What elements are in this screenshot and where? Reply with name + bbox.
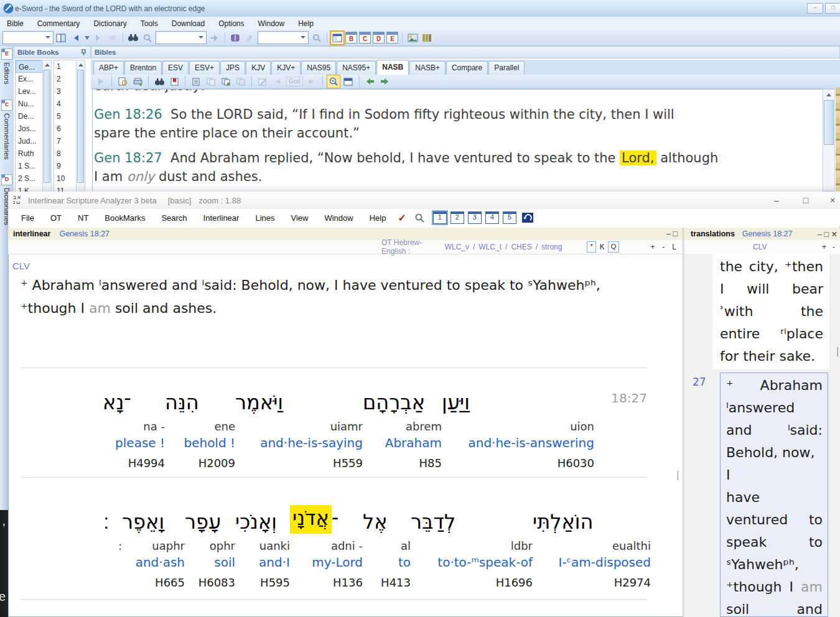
book-item-selected[interactable]: Ge... — [16, 60, 43, 73]
view-2-button[interactable]: 2 — [450, 211, 464, 224]
layout-split-button[interactable] — [331, 32, 343, 44]
zoom-in-button[interactable]: + — [650, 243, 655, 251]
chapter-item[interactable]: 6 — [54, 123, 77, 135]
asterisk-button[interactable]: * — [587, 241, 595, 253]
search-small-icon[interactable] — [141, 32, 154, 44]
search-icon[interactable] — [153, 75, 166, 88]
forward-icon[interactable] — [92, 32, 105, 44]
translations-zoom-out[interactable]: - — [833, 243, 835, 251]
menu-tools[interactable]: Tools — [134, 19, 165, 28]
copy-plus-icon[interactable] — [220, 75, 232, 88]
tab-jps[interactable]: JPS — [220, 61, 245, 75]
isa-menu-bookmarks[interactable]: BookMarks — [96, 213, 153, 223]
word-column-highlighted[interactable]: ־אֲדֹנָי adni - my-Lord H136 — [290, 490, 363, 589]
verse-lookup-combobox[interactable] — [2, 31, 54, 44]
clv-version-label[interactable]: CLV — [12, 261, 30, 271]
source-wlc-v[interactable]: WLC_v — [445, 243, 469, 251]
menu-commentary[interactable]: Commentary — [30, 19, 87, 28]
menu-dictionary[interactable]: Dictionary — [86, 19, 133, 28]
pane-d-button[interactable]: D — [373, 32, 385, 44]
book-item[interactable]: Jos... — [16, 123, 43, 135]
library-icon[interactable] — [421, 32, 433, 44]
search-binoculars-icon[interactable] — [127, 32, 139, 44]
pane-b-button[interactable]: B — [345, 32, 357, 44]
pin-icon[interactable] — [80, 49, 87, 56]
word-column[interactable]: וַיֹּאמֶר uiamr and·he-is-saying H559 — [235, 374, 363, 470]
right-edge-handle[interactable]: | — [836, 346, 839, 357]
bible-text-area[interactable]: earth deal justly! Gen 18:26 So the LORD… — [92, 89, 824, 193]
undo-icon[interactable] — [521, 212, 534, 223]
commentary-go-icon[interactable] — [208, 32, 221, 44]
chapter-item[interactable]: 8 — [54, 147, 77, 160]
isa-maximize-button[interactable]: □ — [793, 195, 818, 205]
word-column[interactable]: אֶל al to H413 — [363, 490, 411, 589]
next-chapter-icon[interactable] — [379, 75, 391, 88]
word-column[interactable]: לְדַבֵּר ldbr to·to-ᵐspeak-of H1696 — [411, 490, 533, 589]
chapter-list-scrollbar[interactable] — [76, 60, 85, 193]
book-item[interactable]: Ex... — [16, 73, 43, 85]
source-ches[interactable]: CHES — [511, 243, 531, 251]
isa-search-icon[interactable] — [415, 213, 424, 223]
tab-nas95[interactable]: NAS95 — [301, 61, 336, 75]
book-item[interactable]: 2 S... — [16, 172, 43, 185]
book-item[interactable]: Ruth — [16, 147, 43, 160]
selected-verse-box[interactable]: ⁺ Abraham ˡanswered and ˡsaid: Behold, n… — [720, 373, 828, 617]
verse-ref[interactable]: Gen 18:27 — [94, 151, 162, 165]
tab-esv-plus[interactable]: ESV+ — [189, 61, 220, 75]
word-column[interactable]: הוֹאַלְתִּי eualthi I-ᶜam-disposed H2974 — [533, 490, 651, 589]
maximize-button[interactable]: □ — [825, 3, 840, 14]
open-book-icon[interactable] — [55, 32, 68, 44]
sidebar-tab-commentaries[interactable]: C Commentaries — [1, 100, 13, 160]
isa-menu-nt[interactable]: NT — [70, 213, 96, 223]
chapter-item[interactable]: 2 — [54, 73, 77, 85]
tab-kjv-plus[interactable]: KJV+ — [271, 61, 301, 75]
tab-parallel[interactable]: Parallel — [488, 61, 525, 75]
isa-menu-window[interactable]: Window — [316, 213, 361, 223]
preview-icon[interactable] — [116, 75, 129, 88]
qere-button[interactable]: Q — [608, 241, 620, 253]
book-list-scrollbar[interactable] — [42, 60, 52, 193]
graphics-icon[interactable] — [406, 32, 419, 44]
pane-e-button[interactable]: E — [386, 32, 398, 44]
word-column[interactable]: אַבְרָהָם abrem Abraham H85 — [363, 374, 442, 470]
print-icon[interactable] — [131, 75, 144, 88]
menu-options[interactable]: Options — [212, 19, 251, 28]
verse-ref[interactable]: Gen 18:26 — [94, 107, 162, 122]
book-item[interactable]: Lev... — [16, 85, 43, 98]
chapter-item[interactable]: 7 — [54, 135, 77, 147]
tab-brenton[interactable]: Brenton — [124, 61, 162, 75]
sidebar-tab-editors[interactable]: E Editors — [1, 49, 13, 85]
bookmark-icon[interactable] — [168, 75, 180, 88]
interlinear-pane-controls[interactable]: – □ — [666, 230, 678, 238]
zoom-out-button[interactable]: - — [662, 243, 665, 251]
chapter-item[interactable]: 5 — [54, 110, 77, 123]
book-item[interactable]: 1 S... — [16, 160, 43, 172]
copy-special-icon[interactable] — [235, 75, 247, 88]
translations-version[interactable]: CLV — [753, 243, 767, 251]
tab-kjv[interactable]: KJV — [246, 61, 271, 75]
tab-abp[interactable]: ABP+ — [93, 61, 124, 75]
copy-icon[interactable] — [205, 75, 217, 88]
split-horizontal-icon[interactable] — [342, 75, 355, 88]
view-4-button[interactable]: 4 — [485, 211, 499, 224]
chapter-item[interactable]: 1 — [54, 60, 77, 73]
edit-icon[interactable] — [256, 75, 269, 88]
isa-menu-interlinear[interactable]: Interlinear — [195, 213, 248, 223]
isa-minimize-button[interactable]: – — [764, 195, 789, 205]
prev-occurrence-icon[interactable] — [271, 75, 284, 88]
menu-window[interactable]: Window — [251, 19, 291, 28]
tab-nasb-active[interactable]: NASB — [376, 60, 409, 75]
isa-menu-ot[interactable]: OT — [42, 213, 70, 223]
word-column[interactable]: וַיַּעַן uion and·he-is-answering H6030 — [442, 374, 594, 470]
ketiv-button[interactable]: K — [600, 243, 605, 251]
previous-chapter-icon[interactable] — [364, 75, 376, 88]
word-column[interactable]: ־נָא na - please ! H4994 — [103, 374, 165, 470]
word-column[interactable]: הִנֵּה ene behold ! H2009 — [165, 374, 235, 470]
book-item[interactable]: De... — [16, 110, 43, 123]
pane-splitter-handle[interactable]: | — [676, 470, 679, 481]
pane-c-button[interactable]: C — [359, 32, 371, 44]
highlighter-icon[interactable] — [243, 32, 256, 44]
zoom-highlight-button[interactable] — [327, 75, 340, 88]
source-strong[interactable]: strong — [541, 243, 562, 251]
isa-close-button[interactable]: × — [820, 195, 840, 205]
